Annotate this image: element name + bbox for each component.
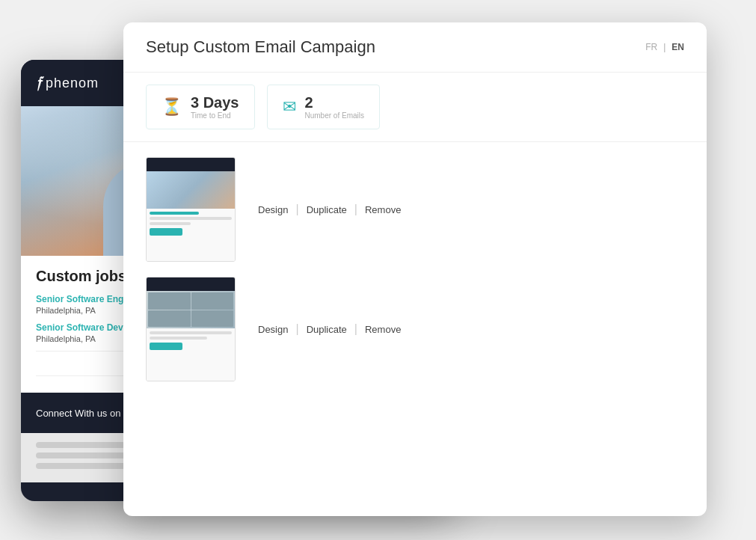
preview-line-2 — [150, 222, 191, 225]
page-title: Setup Custom Email Campaign — [146, 37, 375, 57]
template-preview-content-2 — [147, 328, 235, 381]
connect-text: Connect With us on — [36, 408, 120, 419]
template-preview-content-1 — [147, 209, 235, 262]
mini-img-3 — [148, 310, 191, 328]
preview-line-title — [150, 212, 199, 215]
lang-switcher: FR | EN — [645, 42, 684, 52]
template-row-1: Design | Duplicate | Remove — [146, 157, 684, 262]
templates-area: Design | Duplicate | Remove — [123, 142, 707, 396]
mini-img-2 — [191, 292, 234, 310]
duplicate-button-1[interactable]: Duplicate — [299, 201, 354, 218]
logo-text: phenom — [46, 76, 99, 91]
template-actions-1: Design | Duplicate | Remove — [251, 201, 408, 218]
timer-icon: ⏳ — [162, 97, 182, 117]
template-preview-hero-2 — [147, 291, 235, 328]
stat-time-info: 3 Days Time to End — [191, 94, 239, 120]
logo-icon: 𝔣 — [36, 73, 41, 93]
template-row-2: Design | Duplicate | Remove — [146, 277, 684, 381]
preview-apply-btn — [150, 228, 182, 236]
remove-button-1[interactable]: Remove — [357, 201, 408, 218]
template-preview-header-2 — [147, 277, 235, 291]
template-preview-2 — [146, 277, 236, 381]
mini-img-4 — [191, 310, 234, 328]
lang-separator: | — [663, 42, 666, 52]
stat-time-value: 3 Days — [191, 94, 239, 111]
preview-apply-btn-2 — [150, 343, 182, 350]
stat-emails-info: 2 Number of Emails — [305, 94, 364, 120]
mini-img-1 — [148, 292, 191, 310]
stat-emails: ✉ 2 Number of Emails — [267, 85, 380, 129]
remove-button-2[interactable]: Remove — [357, 321, 408, 338]
email-icon: ✉ — [283, 97, 296, 117]
front-header: Setup Custom Email Campaign FR | EN — [123, 22, 707, 73]
duplicate-button-2[interactable]: Duplicate — [299, 321, 354, 338]
stats-row: ⏳ 3 Days Time to End ✉ 2 Number of Email… — [123, 73, 707, 142]
template-preview-1 — [146, 157, 236, 262]
preview-line2-2 — [150, 337, 207, 340]
stat-emails-label: Number of Emails — [305, 111, 364, 120]
lang-fr[interactable]: FR — [645, 42, 657, 52]
design-button-1[interactable]: Design — [251, 201, 295, 218]
stat-time-label: Time to End — [191, 111, 239, 120]
lang-en[interactable]: EN — [672, 42, 684, 52]
campaign-setup-panel: Setup Custom Email Campaign FR | EN ⏳ 3 … — [123, 22, 707, 516]
preview-line-1 — [150, 217, 232, 220]
stat-emails-value: 2 — [305, 94, 364, 111]
stat-time: ⏳ 3 Days Time to End — [146, 85, 255, 129]
preview-line2-1 — [150, 331, 232, 334]
template-preview-hero-1 — [147, 171, 235, 209]
template-preview-header-1 — [147, 158, 235, 171]
design-button-2[interactable]: Design — [251, 321, 295, 338]
phenom-logo: 𝔣 phenom — [36, 73, 99, 93]
template-actions-2: Design | Duplicate | Remove — [251, 321, 408, 338]
